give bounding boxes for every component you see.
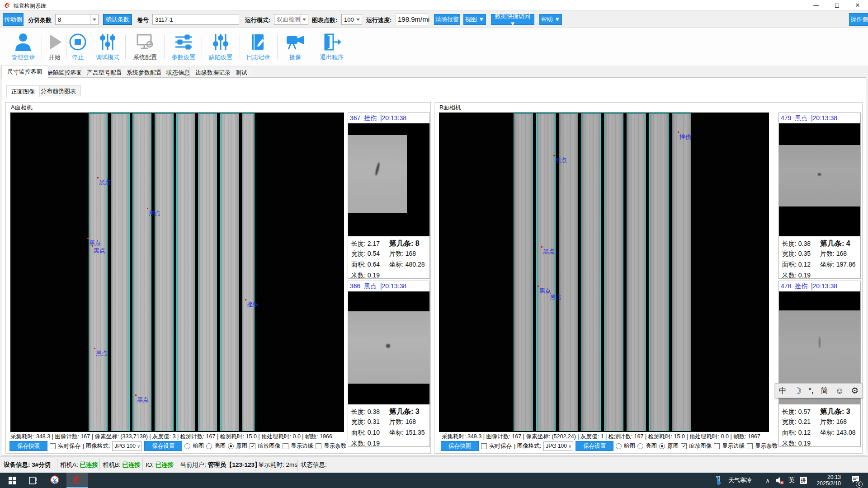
window-title: 视觉检测系统: [14, 2, 46, 10]
show-edge-checkbox[interactable]: [283, 443, 288, 449]
tab-size-monitor[interactable]: 尺寸监控界面: [1, 66, 48, 78]
realtime-save-checkbox[interactable]: [50, 443, 56, 449]
save-snapshot-button[interactable]: 保存快照: [441, 441, 479, 451]
speed-label: 运行速度:: [366, 16, 392, 24]
confirm-count-button[interactable]: 确认条数: [103, 14, 132, 25]
subtab-front-image[interactable]: 正面图像: [6, 85, 40, 97]
admin-login-button[interactable]: 管理登录: [5, 32, 41, 63]
notification-center-button[interactable]: 6: [846, 473, 864, 488]
operate-side-button[interactable]: 操作侧: [849, 13, 868, 26]
show-edge-checkbox[interactable]: [714, 443, 720, 449]
chart-points-select[interactable]: 100: [341, 14, 362, 25]
close-button[interactable]: ✕: [847, 0, 868, 11]
start-button[interactable]: [3, 473, 22, 488]
camera-b-image[interactable]: 挫伤 黑点 黑点 黑点 黑点: [439, 113, 769, 432]
zoom-image-checkbox[interactable]: [681, 443, 687, 449]
bright-image-radio[interactable]: [206, 443, 212, 449]
ime-mode-toggle[interactable]: 中: [779, 385, 787, 396]
ime-emoji-icon[interactable]: ☺: [835, 386, 844, 396]
strip-outline: [220, 113, 239, 431]
capture-button[interactable]: 摄像: [278, 32, 312, 63]
start-button[interactable]: 开始: [42, 32, 67, 63]
camera-a-image[interactable]: 黑点 黑点 黑点 黑点 挫伤 黑点 黑点: [10, 113, 344, 432]
save-settings-button[interactable]: 保存设置: [576, 441, 613, 451]
user-icon: [14, 32, 32, 52]
original-image-radio[interactable]: [659, 443, 665, 449]
defect-header: 479 黑点 |20:13:38: [779, 113, 860, 123]
slit-count-select[interactable]: 8: [55, 14, 99, 25]
run-mode-select[interactable]: 双面检测: [274, 14, 308, 25]
taskbar-clock[interactable]: 20:13 2025/2/10: [817, 474, 841, 487]
weather-status[interactable]: 天气寒冷: [726, 473, 755, 488]
help-menu-button[interactable]: 帮助 ▼: [539, 14, 562, 25]
stop-button[interactable]: 停止: [65, 32, 90, 63]
realtime-save-label: 实时保存: [489, 442, 512, 450]
data-quick-access-button[interactable]: 数据快捷访问 ▼: [491, 14, 534, 25]
view-menu-button[interactable]: 视图 ▼: [463, 14, 486, 25]
clock-date: 2025/2/10: [817, 480, 841, 487]
task-view-button[interactable]: [24, 473, 42, 488]
defect-marker-label: 黑点: [89, 239, 101, 247]
defect-thumbnail[interactable]: [348, 123, 429, 236]
strip-outline: [514, 113, 533, 431]
snipping-tool-button[interactable]: [45, 473, 64, 488]
camera-b-group: B面相机 挫伤 黑点 黑点 黑点 黑点 479 黑点 |20:13:38: [434, 102, 863, 454]
ime-punctuation-icon[interactable]: °,: [808, 386, 814, 395]
minimize-button[interactable]: —: [806, 0, 826, 11]
defect-type: 黑点: [795, 114, 807, 122]
image-format-select[interactable]: JPG 100∨: [112, 441, 142, 451]
defect-marker-label: 黑点: [96, 349, 108, 357]
camera-b-title: B面相机: [438, 103, 462, 112]
system-config-button[interactable]: 系统配置: [127, 32, 163, 63]
exit-door-icon: [321, 32, 342, 52]
app-logo-icon: [72, 475, 82, 485]
camera-a-status-line: 采集耗时: 348.3 | 图像计数: 167 | 像素坐标: (333,713…: [10, 433, 332, 441]
ime-simplified-toggle[interactable]: 简: [821, 385, 828, 396]
debug-mode-button[interactable]: 调试模式: [92, 32, 123, 63]
strip-outline: [155, 113, 174, 431]
taskbar: 天气寒冷 ∧ 英 拼 20:13 2025/2/10 6: [0, 473, 868, 488]
tab-test[interactable]: 测试: [230, 67, 253, 78]
defect-time: |20:13:38: [380, 282, 406, 290]
defect-marker-label: 挫伤: [247, 300, 259, 309]
maximize-button[interactable]: [826, 0, 847, 11]
save-settings-button[interactable]: 保存设置: [144, 441, 182, 451]
dark-image-radio[interactable]: [616, 443, 622, 449]
show-strips-checkbox[interactable]: [747, 443, 753, 449]
zoom-image-checkbox[interactable]: [250, 443, 255, 449]
defect-marker-label: 黑点: [137, 396, 149, 404]
defect-id: 367: [350, 114, 360, 122]
play-icon: [46, 32, 63, 52]
chevron-down-icon: ∨: [568, 444, 571, 449]
strip-outline: [604, 113, 623, 431]
roll-number-input[interactable]: 3117-1: [152, 14, 239, 25]
defect-settings-button[interactable]: 缺陷设置: [203, 32, 238, 63]
log-record-button[interactable]: 日志记录: [241, 32, 276, 63]
exit-program-button[interactable]: 退出程序: [314, 32, 349, 63]
defect-thumbnail[interactable]: [779, 123, 860, 236]
defect-thumbnail[interactable]: [348, 291, 429, 404]
subtab-trend-chart[interactable]: 分布趋势图表: [36, 85, 81, 96]
language-indicator[interactable]: 英: [787, 473, 797, 488]
image-format-select[interactable]: JPG 100∨: [543, 441, 573, 451]
drive-side-button[interactable]: 传动侧: [3, 13, 24, 26]
chevron-down-icon: [354, 14, 362, 24]
ime-indicator[interactable]: 拼: [797, 473, 809, 488]
defect-id: 366: [350, 282, 360, 290]
ime-fullwidth-icon[interactable]: ☽: [793, 385, 802, 396]
ime-settings-gear-icon[interactable]: ⚙: [851, 385, 859, 396]
bright-image-radio[interactable]: [637, 443, 643, 449]
show-strips-checkbox[interactable]: [316, 443, 321, 449]
hidden-icons-chevron[interactable]: ∧: [762, 473, 773, 488]
strip-outline: [89, 113, 108, 431]
clear-alarm-button[interactable]: 清除报警: [434, 14, 460, 25]
dark-image-radio[interactable]: [184, 443, 190, 449]
vision-app-taskbar-button[interactable]: [66, 473, 88, 488]
original-image-radio[interactable]: [228, 443, 234, 449]
param-settings-button[interactable]: 参数设置: [166, 32, 201, 63]
volume-muted-icon[interactable]: [773, 473, 786, 488]
display-time-label: 显示耗时:: [258, 461, 284, 468]
strip-outline: [627, 113, 646, 431]
realtime-save-checkbox[interactable]: [481, 443, 487, 449]
save-snapshot-button[interactable]: 保存快照: [9, 441, 47, 451]
